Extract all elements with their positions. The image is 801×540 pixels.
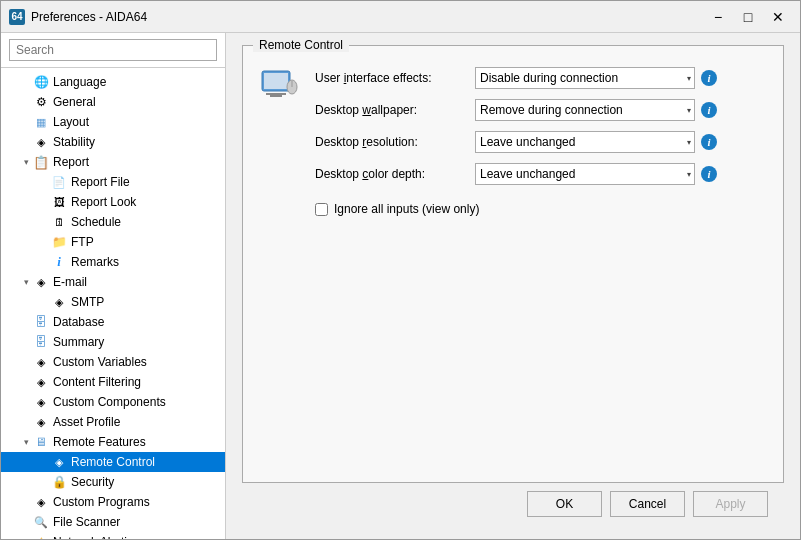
ok-button[interactable]: OK <box>527 491 602 517</box>
sidebar-item-language[interactable]: 🌐 Language <box>1 72 225 92</box>
main-content: 🌐 Language ⚙ General ▦ Layout <box>1 33 800 539</box>
expand-icon <box>19 135 33 149</box>
expand-icon <box>19 395 33 409</box>
maximize-button[interactable]: □ <box>734 5 762 29</box>
sidebar-item-remarks[interactable]: i Remarks <box>1 252 225 272</box>
desktop-color-depth-select[interactable]: Leave unchanged 8-bit 16-bit 32-bit <box>475 163 695 185</box>
stability-icon: ◈ <box>33 134 49 150</box>
close-button[interactable]: ✕ <box>764 5 792 29</box>
svg-rect-1 <box>264 73 288 89</box>
expand-icon <box>37 295 51 309</box>
sidebar-item-smtp[interactable]: ◈ SMTP <box>1 292 225 312</box>
expand-icon <box>19 495 33 509</box>
expand-icon[interactable] <box>19 275 33 289</box>
desktop-color-depth-control-wrap: Leave unchanged 8-bit 16-bit 32-bit ▾ i <box>475 163 767 185</box>
database-icon: 🗄 <box>33 314 49 330</box>
sidebar-item-report[interactable]: 📋 Report <box>1 152 225 172</box>
programs-icon: ◈ <box>33 494 49 510</box>
file-icon: 📄 <box>51 174 67 190</box>
desktop-wallpaper-select[interactable]: Remove during connection Leave unchanged <box>475 99 695 121</box>
sidebar-item-label: Custom Components <box>53 395 166 409</box>
sidebar-item-remote-features[interactable]: 🖥 Remote Features <box>1 432 225 452</box>
components-icon: ◈ <box>33 394 49 410</box>
ignore-inputs-checkbox[interactable] <box>315 203 328 216</box>
expand-icon <box>19 415 33 429</box>
sidebar-item-label: Custom Variables <box>53 355 147 369</box>
cancel-button[interactable]: Cancel <box>610 491 685 517</box>
expand-icon <box>37 215 51 229</box>
sidebar-item-content-filtering[interactable]: ◈ Content Filtering <box>1 372 225 392</box>
sidebar-item-asset-profile[interactable]: ◈ Asset Profile <box>1 412 225 432</box>
sidebar-item-label: File Scanner <box>53 515 120 529</box>
desktop-color-depth-select-wrapper: Leave unchanged 8-bit 16-bit 32-bit ▾ <box>475 163 695 185</box>
expand-icon[interactable] <box>19 435 33 449</box>
sidebar-item-network-alerting[interactable]: ⚠ Network Alerting <box>1 532 225 539</box>
sidebar-item-label: E-mail <box>53 275 87 289</box>
sidebar-item-custom-components[interactable]: ◈ Custom Components <box>1 392 225 412</box>
schedule-icon: 🗓 <box>51 214 67 230</box>
svg-rect-2 <box>266 93 286 95</box>
sidebar-item-label: General <box>53 95 96 109</box>
remote-control-icon <box>259 66 299 106</box>
sidebar-item-schedule[interactable]: 🗓 Schedule <box>1 212 225 232</box>
sidebar-item-file-scanner[interactable]: 🔍 File Scanner <box>1 512 225 532</box>
sidebar-item-label: Layout <box>53 115 89 129</box>
ui-effects-control-wrap: Disable during connection Enable during … <box>475 67 767 89</box>
sidebar-item-remote-control[interactable]: ◈ Remote Control <box>1 452 225 472</box>
gear-icon: ⚙ <box>33 94 49 110</box>
email-icon: ◈ <box>33 274 49 290</box>
expand-icon <box>37 235 51 249</box>
apply-button[interactable]: Apply <box>693 491 768 517</box>
sidebar-item-label: Report Look <box>71 195 136 209</box>
look-icon: 🖼 <box>51 194 67 210</box>
expand-icon <box>19 75 33 89</box>
form-row-ui-effects: User interface effects: Disable during c… <box>315 66 767 90</box>
globe-icon: 🌐 <box>33 74 49 90</box>
search-input[interactable] <box>9 39 217 61</box>
desktop-wallpaper-label: Desktop wallpaper: <box>315 103 475 117</box>
expand-icon <box>19 535 33 539</box>
titlebar: 64 Preferences - AIDA64 − □ ✕ <box>1 1 800 33</box>
sidebar-item-label: Schedule <box>71 215 121 229</box>
ignore-inputs-label[interactable]: Ignore all inputs (view only) <box>334 202 479 216</box>
sidebar-item-summary[interactable]: 🗄 Summary <box>1 332 225 352</box>
sidebar-item-database[interactable]: 🗄 Database <box>1 312 225 332</box>
rc-svg-icon <box>260 67 298 105</box>
desktop-resolution-info-button[interactable]: i <box>701 134 717 150</box>
sidebar-item-security[interactable]: 🔒 Security <box>1 472 225 492</box>
filter-icon: ◈ <box>33 374 49 390</box>
minimize-button[interactable]: − <box>704 5 732 29</box>
sidebar-item-report-look[interactable]: 🖼 Report Look <box>1 192 225 212</box>
desktop-resolution-select[interactable]: Leave unchanged Change during connection <box>475 131 695 153</box>
main-window: 64 Preferences - AIDA64 − □ ✕ 🌐 Language <box>0 0 801 540</box>
window-controls: − □ ✕ <box>704 5 792 29</box>
sidebar-item-label: Remote Features <box>53 435 146 449</box>
sidebar-item-general[interactable]: ⚙ General <box>1 92 225 112</box>
desktop-wallpaper-control-wrap: Remove during connection Leave unchanged… <box>475 99 767 121</box>
sidebar-item-label: Content Filtering <box>53 375 141 389</box>
ui-effects-info-button[interactable]: i <box>701 70 717 86</box>
expand-icon <box>19 375 33 389</box>
sidebar-item-email[interactable]: ◈ E-mail <box>1 272 225 292</box>
expand-icon <box>19 115 33 129</box>
desktop-color-depth-info-button[interactable]: i <box>701 166 717 182</box>
panel-group-title: Remote Control <box>253 38 349 52</box>
sidebar-item-layout[interactable]: ▦ Layout <box>1 112 225 132</box>
window-title: Preferences - AIDA64 <box>31 10 704 24</box>
sidebar-item-report-file[interactable]: 📄 Report File <box>1 172 225 192</box>
sidebar-item-label: Report <box>53 155 89 169</box>
expand-icon <box>19 315 33 329</box>
sidebar-item-custom-variables[interactable]: ◈ Custom Variables <box>1 352 225 372</box>
desktop-wallpaper-select-wrapper: Remove during connection Leave unchanged… <box>475 99 695 121</box>
remote-icon: 🖥 <box>33 434 49 450</box>
desktop-wallpaper-info-button[interactable]: i <box>701 102 717 118</box>
sidebar-item-ftp[interactable]: 📁 FTP <box>1 232 225 252</box>
search-box <box>1 33 225 68</box>
expand-icon[interactable] <box>19 155 33 169</box>
sidebar-item-custom-programs[interactable]: ◈ Custom Programs <box>1 492 225 512</box>
sidebar-item-label: Stability <box>53 135 95 149</box>
sidebar-item-label: Report File <box>71 175 130 189</box>
ui-effects-select[interactable]: Disable during connection Enable during … <box>475 67 695 89</box>
bottom-bar: OK Cancel Apply <box>242 483 784 527</box>
sidebar-item-stability[interactable]: ◈ Stability <box>1 132 225 152</box>
